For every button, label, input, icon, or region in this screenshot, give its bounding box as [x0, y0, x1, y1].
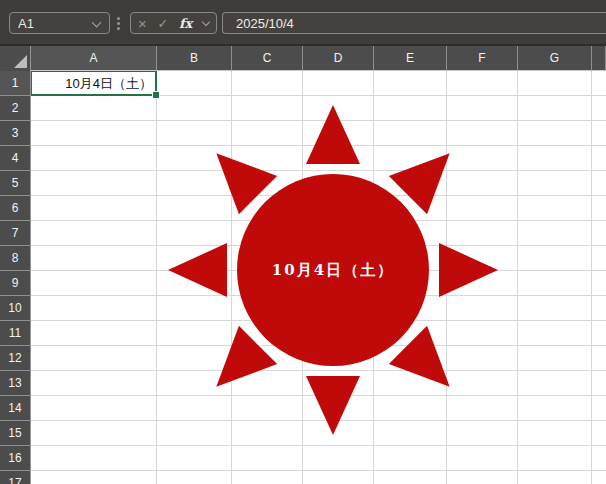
name-box-value: A1 [18, 16, 34, 31]
gridline-horizontal [31, 445, 606, 446]
row-header-12[interactable]: 12 [0, 346, 30, 371]
cancel-icon[interactable]: × [138, 16, 147, 31]
fill-handle[interactable] [152, 91, 160, 99]
enter-check-icon[interactable]: ✓ [157, 17, 168, 30]
row-header-7[interactable]: 7 [0, 221, 30, 246]
row-header-1[interactable]: 1 [0, 71, 30, 96]
column-header-E[interactable]: E [374, 46, 447, 71]
row-header-17[interactable]: 17 [0, 471, 30, 484]
column-header-F[interactable]: F [447, 46, 518, 71]
chevron-down-icon[interactable] [202, 18, 210, 26]
row-header-5[interactable]: 5 [0, 171, 30, 196]
selection-border [31, 71, 157, 96]
formula-buttons-group: × ✓ fx [130, 12, 217, 34]
row-header-14[interactable]: 14 [0, 396, 30, 421]
formula-value: 2025/10/4 [236, 16, 294, 31]
select-all-triangle-icon [14, 55, 27, 68]
row-header-3[interactable]: 3 [0, 121, 30, 146]
row-header-8[interactable]: 8 [0, 246, 30, 271]
column-header-C[interactable]: C [232, 46, 303, 71]
gridline-vertical [517, 71, 518, 484]
column-header-D[interactable]: D [303, 46, 374, 71]
row-header-6[interactable]: 6 [0, 196, 30, 221]
column-header-G[interactable]: G [518, 46, 592, 71]
select-all-button[interactable] [0, 46, 31, 72]
row-header-11[interactable]: 11 [0, 321, 30, 346]
formula-input[interactable]: 2025/10/4 [222, 12, 606, 34]
row-header-2[interactable]: 2 [0, 96, 30, 121]
row-header-15[interactable]: 15 [0, 421, 30, 446]
row-headers: 1234567891011121314151617 [0, 71, 31, 484]
sun-shape[interactable]: 10月4日（土） [168, 105, 498, 435]
name-box[interactable]: A1 [9, 12, 110, 34]
gridline-vertical [591, 71, 592, 484]
insert-function-icon[interactable]: fx [179, 16, 192, 31]
column-header-A[interactable]: A [31, 46, 157, 71]
row-header-10[interactable]: 10 [0, 296, 30, 321]
chevron-down-icon[interactable] [92, 18, 102, 28]
column-header-partial[interactable] [592, 46, 606, 71]
column-headers: ABCDEFG [31, 46, 606, 71]
row-header-4[interactable]: 4 [0, 146, 30, 171]
column-header-B[interactable]: B [157, 46, 232, 71]
gridline-horizontal [31, 370, 606, 371]
gridline-horizontal [31, 120, 606, 121]
formula-toolbar: A1 × ✓ fx 2025/10/4 [0, 0, 606, 44]
gridline-vertical [156, 71, 157, 484]
gridline-horizontal [31, 420, 606, 421]
sun-label: 10月4日（土） [272, 261, 394, 279]
gridline-horizontal [31, 170, 606, 171]
spreadsheet-app: A1 × ✓ fx 2025/10/4 ABCDEFG 123456789101… [0, 0, 606, 484]
gridline-vertical [231, 71, 232, 484]
vertical-dots-separator-icon [117, 17, 120, 20]
row-header-13[interactable]: 13 [0, 371, 30, 396]
row-header-16[interactable]: 16 [0, 446, 30, 471]
row-header-9[interactable]: 9 [0, 271, 30, 296]
gridline-horizontal [31, 470, 606, 471]
